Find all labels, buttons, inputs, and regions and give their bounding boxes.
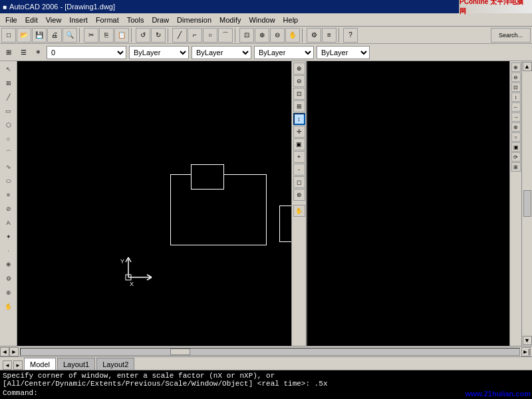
far-right-btn-4[interactable]: ↕: [511, 92, 521, 102]
far-right-btn-5[interactable]: ←: [511, 102, 521, 112]
menu-draw[interactable]: Draw: [148, 15, 173, 25]
hscroll-right[interactable]: ►: [9, 347, 19, 356]
far-right-btn-6[interactable]: →: [511, 112, 521, 122]
properties-button[interactable]: ⚙: [307, 28, 321, 43]
menu-file[interactable]: File: [1, 15, 21, 25]
menu-edit[interactable]: Edit: [21, 15, 42, 25]
arc-tool[interactable]: ⌒: [1, 146, 16, 160]
watermark: www.21hulian.com: [465, 390, 531, 398]
point-tool[interactable]: ·: [1, 244, 16, 257]
paste-button[interactable]: 📋: [114, 28, 129, 43]
text-tool[interactable]: A: [1, 216, 16, 229]
menu-dimension[interactable]: Dimension: [173, 15, 215, 25]
menu-insert[interactable]: Insert: [65, 15, 92, 25]
layer-manager-icon[interactable]: ⊞: [3, 47, 15, 59]
zoom-prev-btn[interactable]: ⊖: [293, 75, 305, 87]
tab-layout1[interactable]: Layout1: [57, 358, 95, 370]
right-panel: ▲ ▼ ⊕ ⊖ ⊡ ↕ ← → ⊛ ○ ▣ ⟳ ⊞: [306, 61, 532, 346]
zoom-center-btn[interactable]: ✛: [293, 126, 305, 138]
zoom-extent-button[interactable]: ⊡: [239, 28, 254, 43]
undo-button[interactable]: ↺: [136, 28, 150, 43]
pan-button[interactable]: ✋: [285, 28, 300, 43]
menu-help[interactable]: Help: [279, 15, 303, 25]
separator5: [302, 28, 305, 43]
region-tool[interactable]: ⊘: [1, 202, 16, 215]
menu-tools[interactable]: Tools: [123, 15, 148, 25]
match-prop-button[interactable]: ≡: [322, 28, 336, 43]
zoom-all-btn[interactable]: ◻: [293, 176, 305, 188]
drawing-canvas[interactable]: X Y ⊕ ⊖ ⊡ ⊞ ↕ ✛ ▣ + - ◻ ⊛ ✋: [17, 61, 306, 346]
rectangle-tool[interactable]: ▭: [1, 104, 16, 118]
zoom-extent-btn[interactable]: ⊛: [293, 189, 305, 201]
circle-button[interactable]: ○: [203, 28, 217, 43]
far-right-btn-1[interactable]: ⊕: [511, 63, 521, 72]
spline-tool[interactable]: ∿: [1, 160, 16, 174]
lineweight-dropdown[interactable]: ByLayer: [254, 46, 314, 59]
open-button[interactable]: 📂: [17, 28, 31, 43]
tab-model[interactable]: Model: [24, 358, 56, 370]
hscroll-end[interactable]: ►|: [521, 347, 531, 356]
new-button[interactable]: □: [1, 28, 16, 43]
toolbar-more[interactable]: Search...: [491, 28, 531, 43]
vscroll-down[interactable]: ▼: [523, 336, 532, 345]
far-right-btn-8[interactable]: ○: [511, 132, 521, 142]
line-tool[interactable]: ╱: [1, 90, 16, 104]
tab-layout2[interactable]: Layout2: [96, 358, 134, 370]
tab-scroll-left[interactable]: ◄: [3, 360, 12, 370]
select-button[interactable]: ↖: [1, 63, 16, 76]
zoom-window-button[interactable]: ⊕: [255, 28, 269, 43]
command-input[interactable]: [41, 389, 529, 397]
layer-freeze-icon[interactable]: ❄: [32, 47, 44, 59]
zoom-obj-btn[interactable]: ▣: [293, 138, 305, 150]
far-right-btn-9[interactable]: ▣: [511, 142, 521, 152]
zoom-dynamic-btn[interactable]: ⊞: [293, 100, 305, 112]
save-button[interactable]: 💾: [32, 28, 47, 43]
far-right-btn-2[interactable]: ⊖: [511, 72, 521, 82]
circle-tool[interactable]: ○: [1, 132, 16, 146]
menu-view[interactable]: View: [42, 15, 66, 25]
zoom-prev-button[interactable]: ⊖: [270, 28, 285, 43]
far-right-btn-7[interactable]: ⊛: [511, 122, 521, 132]
gradient-tool[interactable]: ❋: [1, 258, 16, 271]
zoom-window-btn[interactable]: ⊡: [293, 88, 305, 100]
cut-button[interactable]: ✂: [84, 28, 98, 43]
copy-button[interactable]: ⎘: [99, 28, 114, 43]
menu-format[interactable]: Format: [92, 15, 123, 25]
far-right-btn-10[interactable]: ⟳: [511, 152, 521, 162]
polygon-tool[interactable]: ⬡: [1, 118, 16, 132]
help-button[interactable]: ?: [343, 28, 358, 43]
hscroll-track[interactable]: [20, 348, 520, 356]
insert-block-tool[interactable]: ✦: [1, 230, 16, 243]
redo-button[interactable]: ↻: [151, 28, 166, 43]
hscroll-left[interactable]: ◄: [0, 347, 9, 356]
arc-button[interactable]: ⌒: [218, 28, 233, 43]
vscroll-thumb[interactable]: [523, 190, 531, 217]
tab-scroll-right[interactable]: ►: [13, 360, 23, 370]
zoom-out-btn[interactable]: -: [293, 164, 305, 176]
menu-modify[interactable]: Modify: [215, 15, 245, 25]
color-dropdown[interactable]: ByLayer: [129, 46, 189, 59]
zoom-scale-btn[interactable]: ↕: [293, 113, 305, 125]
pan-realtime-btn[interactable]: ✋: [293, 205, 305, 217]
ellipse-tool[interactable]: ⬭: [1, 174, 16, 188]
pan-tool[interactable]: ✋: [1, 300, 16, 313]
far-right-btn-11[interactable]: ⊞: [511, 162, 521, 172]
far-right-btn-3[interactable]: ⊡: [511, 82, 521, 92]
plotstyle-dropdown[interactable]: ByLayer: [317, 46, 370, 59]
zoom-in-btn[interactable]: +: [293, 151, 305, 163]
layer-name-dropdown[interactable]: 0: [47, 46, 126, 59]
zoom-realtime-btn[interactable]: ⊕: [293, 63, 305, 74]
erase-button[interactable]: ⊠: [1, 76, 16, 90]
polyline-button[interactable]: ⌐: [188, 28, 202, 43]
hatch-tool[interactable]: ≡: [1, 188, 16, 201]
line-button[interactable]: ╱: [172, 28, 187, 43]
menu-window[interactable]: Window: [245, 15, 279, 25]
zoom-tool[interactable]: ⊕: [1, 286, 16, 299]
hscroll-thumb[interactable]: [170, 348, 190, 355]
print-button[interactable]: 🖨: [47, 28, 62, 43]
preview-button[interactable]: 🔍: [63, 28, 77, 43]
settings-tool[interactable]: ⚙: [1, 272, 16, 285]
linetype-dropdown[interactable]: ByLayer: [192, 46, 251, 59]
vscroll-up[interactable]: ▲: [523, 62, 532, 71]
layer-state-icon[interactable]: ☰: [17, 47, 29, 59]
